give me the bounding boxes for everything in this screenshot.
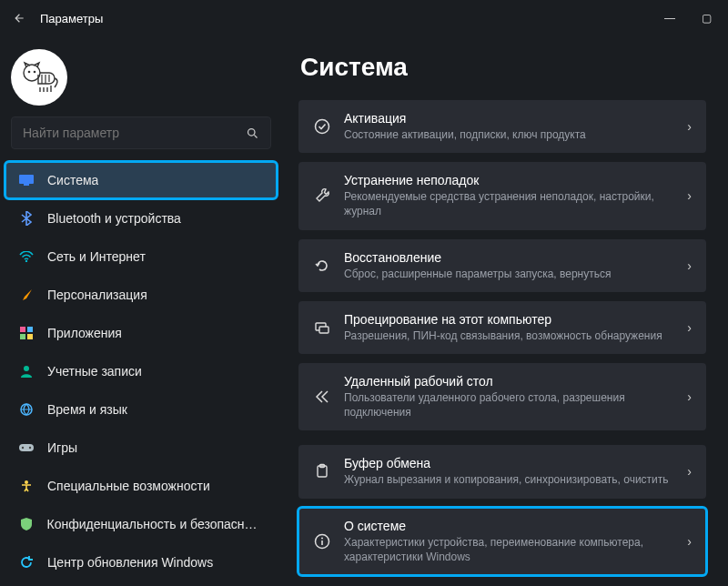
apps-icon: [18, 327, 35, 339]
sidebar-item-personalization[interactable]: Персонализация: [5, 277, 277, 313]
chevron-right-icon: ›: [687, 389, 692, 404]
shield-icon: [18, 518, 34, 530]
sidebar-item-label: Bluetooth и устройства: [47, 211, 181, 226]
gamepad-icon: [18, 443, 35, 452]
sidebar-item-time[interactable]: Время и язык: [5, 391, 277, 428]
sidebar-item-bluetooth[interactable]: Bluetooth и устройства: [5, 200, 277, 237]
wrench-icon: [313, 187, 331, 204]
chevron-right-icon: ›: [687, 119, 692, 134]
sidebar-item-label: Приложения: [47, 326, 122, 340]
card-clipboard[interactable]: Буфер обмена Журнал вырезания и копирова…: [298, 445, 706, 498]
layout: Система Bluetooth и устройства Сеть и Ин…: [0, 36, 728, 586]
sidebar-item-label: Время и язык: [47, 402, 127, 417]
card-subtitle: Характеристики устройства, переименовани…: [344, 535, 674, 564]
svg-point-23: [321, 537, 323, 539]
card-title: О системе: [344, 519, 674, 533]
svg-point-16: [25, 480, 28, 484]
sidebar-item-update[interactable]: Центр обновления Windows: [5, 544, 277, 581]
search-box[interactable]: [11, 116, 271, 149]
card-recovery[interactable]: Восстановление Сброс, расширенные параме…: [298, 239, 706, 292]
chevron-right-icon: ›: [687, 464, 692, 479]
sidebar-item-label: Сеть и Интернет: [47, 249, 146, 264]
sidebar-item-label: Специальные возможности: [47, 479, 210, 493]
card-subtitle: Рекомендуемые средства устранения непола…: [344, 189, 674, 218]
svg-point-1: [28, 71, 31, 74]
card-activation[interactable]: Активация Состояние активации, подписки,…: [298, 100, 706, 153]
card-title: Буфер обмена: [344, 456, 674, 470]
chevron-right-icon: ›: [687, 534, 692, 549]
sidebar-item-accounts[interactable]: Учетные записи: [5, 353, 277, 389]
search-input[interactable]: [23, 126, 246, 140]
search-icon: [246, 126, 259, 140]
card-subtitle: Разрешения, ПИН-код связывания, возможно…: [344, 328, 674, 343]
svg-rect-13: [19, 444, 34, 451]
avatar[interactable]: [11, 49, 67, 106]
sidebar-item-label: Центр обновления Windows: [47, 555, 213, 570]
card-title: Активация: [344, 111, 674, 126]
card-projecting[interactable]: Проецирование на этот компьютер Разрешен…: [298, 301, 706, 354]
card-text: Буфер обмена Журнал вырезания и копирова…: [344, 456, 674, 487]
sidebar-item-label: Учетные записи: [47, 364, 142, 379]
title-bar: Параметры — ▢: [0, 0, 728, 36]
card-troubleshoot[interactable]: Устранение неполадок Рекомендуемые средс…: [298, 162, 706, 229]
page-title: Система: [300, 53, 706, 82]
card-subtitle: Состояние активации, подписки, ключ прод…: [344, 127, 674, 142]
svg-rect-9: [20, 334, 25, 339]
svg-rect-8: [27, 327, 33, 332]
card-about[interactable]: О системе Характеристики устройства, пер…: [298, 508, 706, 575]
nav-list: Система Bluetooth и устройства Сеть и Ин…: [5, 162, 277, 581]
cat-avatar-icon: [20, 58, 58, 96]
minimize-button[interactable]: —: [661, 12, 679, 25]
main-content: Система Активация Состояние активации, п…: [282, 36, 728, 586]
svg-rect-10: [27, 334, 33, 339]
person-icon: [18, 365, 35, 378]
check-circle-icon: [313, 118, 331, 135]
chevron-right-icon: ›: [687, 258, 692, 273]
sidebar-item-system[interactable]: Система: [5, 162, 277, 198]
card-subtitle: Журнал вырезания и копирования, синхрони…: [344, 472, 674, 487]
sidebar-item-gaming[interactable]: Игры: [5, 429, 277, 466]
info-icon: [313, 533, 331, 550]
chevron-right-icon: ›: [687, 320, 692, 335]
system-icon: [18, 175, 35, 186]
svg-rect-19: [319, 327, 329, 333]
window-title: Параметры: [40, 12, 661, 25]
sidebar-item-label: Игры: [47, 440, 77, 455]
sidebar-item-accessibility[interactable]: Специальные возможности: [5, 468, 277, 504]
back-button[interactable]: [13, 12, 25, 25]
sidebar-item-privacy[interactable]: Конфиденциальность и безопасность: [5, 506, 277, 542]
sidebar-item-label: Персонализация: [47, 288, 147, 302]
card-text: Активация Состояние активации, подписки,…: [344, 111, 674, 142]
window-controls: — ▢: [661, 12, 715, 25]
svg-rect-7: [20, 327, 25, 332]
chevron-right-icon: ›: [687, 188, 692, 203]
svg-point-2: [34, 71, 36, 74]
sidebar-item-label: Система: [47, 173, 98, 187]
projecting-icon: [313, 319, 331, 336]
card-subtitle: Сброс, расширенные параметры запуска, ве…: [344, 267, 674, 281]
update-icon: [18, 556, 35, 569]
svg-point-3: [248, 128, 256, 136]
card-title: Устранение неполадок: [344, 173, 674, 187]
card-text: Восстановление Сброс, расширенные параме…: [344, 250, 674, 281]
svg-point-17: [316, 120, 329, 134]
sidebar-item-apps[interactable]: Приложения: [5, 315, 277, 351]
card-remote[interactable]: Удаленный рабочий стол Пользователи удал…: [298, 363, 706, 430]
card-title: Восстановление: [344, 250, 674, 265]
card-text: Устранение неполадок Рекомендуемые средс…: [344, 173, 674, 218]
sidebar-item-network[interactable]: Сеть и Интернет: [5, 238, 277, 275]
remote-desktop-icon: [313, 389, 331, 405]
svg-rect-4: [19, 175, 34, 184]
card-subtitle: Пользователи удаленного рабочего стола, …: [344, 390, 674, 419]
card-text: Удаленный рабочий стол Пользователи удал…: [344, 374, 674, 419]
sidebar-item-label: Конфиденциальность и безопасность: [46, 517, 264, 531]
card-text: О системе Характеристики устройства, пер…: [344, 519, 674, 564]
maximize-button[interactable]: ▢: [697, 12, 715, 25]
accessibility-icon: [18, 480, 35, 492]
card-text: Проецирование на этот компьютер Разрешен…: [344, 312, 674, 343]
clipboard-icon: [313, 463, 331, 480]
svg-rect-5: [24, 184, 29, 186]
bluetooth-icon: [18, 211, 35, 226]
sidebar: Система Bluetooth и устройства Сеть и Ин…: [0, 36, 282, 586]
svg-point-11: [24, 366, 29, 371]
